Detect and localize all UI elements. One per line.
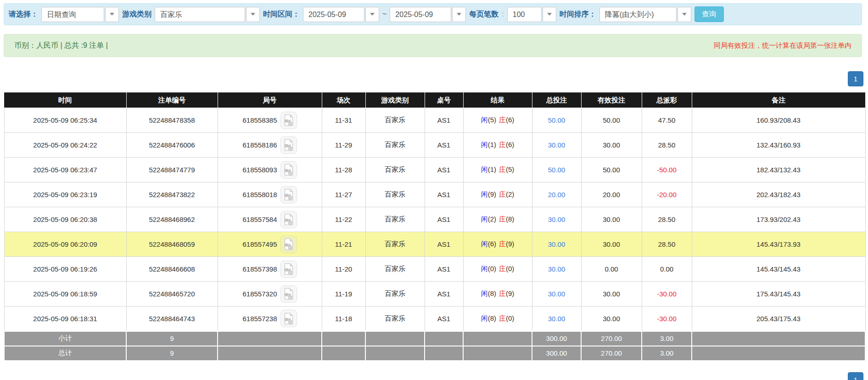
cell-remark: 182.43/132.43	[692, 158, 865, 182]
result-player-points: (1)	[488, 165, 496, 173]
filter-toolbar: 请选择： 日期查询 游戏类别 百家乐 时间区间： 2025-05-09 ~ 20…	[4, 3, 862, 25]
cell-game-category: 百家乐	[365, 133, 425, 158]
total-bet-link[interactable]: 50.00	[548, 166, 566, 174]
total-bet-link[interactable]: 30.00	[548, 216, 566, 223]
date-to-input[interactable]: 2025-05-09	[390, 7, 451, 22]
video-replay-button[interactable]	[280, 161, 297, 179]
cell-time: 2025-05-09 06:24:22	[4, 133, 126, 158]
video-replay-button[interactable]	[280, 285, 297, 303]
cell-valid-bet: 30.00	[581, 282, 642, 306]
subtotal-label: 小计	[4, 331, 126, 346]
cell-table-no: AS1	[425, 306, 463, 331]
cell-time: 2025-05-09 06:18:31	[4, 306, 126, 331]
cell-game-category: 百家乐	[365, 108, 425, 133]
round-id-text: 618557584	[242, 216, 277, 223]
header-session: 场次	[322, 93, 365, 108]
query-type-input[interactable]: 日期查询	[41, 7, 104, 22]
cell-payout: 0.00	[642, 257, 692, 282]
date-to-combo: 2025-05-09	[390, 7, 466, 22]
cell-remark: 205.43/175.43	[692, 306, 865, 331]
total-payout: 3.00	[642, 346, 692, 361]
sort-label: 时间排序：	[560, 10, 596, 19]
cell-game-category: 百家乐	[365, 232, 425, 257]
footer-empty-cell	[322, 331, 365, 346]
total-bet-link[interactable]: 30.00	[548, 290, 566, 298]
page-size-dropdown-button[interactable]	[543, 7, 556, 22]
video-replay-button[interactable]	[280, 261, 297, 278]
total-bet-link[interactable]: 30.00	[548, 141, 566, 149]
pagination-page-1-top[interactable]: 1	[848, 71, 863, 86]
cell-session: 11-18	[322, 306, 365, 331]
cell-round-id: 618557495	[218, 232, 322, 257]
cell-total-bet: 30.00	[532, 207, 581, 232]
result-banker-label: 庄	[499, 289, 506, 297]
total-bet-link[interactable]: 20.00	[548, 191, 566, 199]
cell-total-bet: 30.00	[532, 306, 581, 331]
cell-round-id: 618557320	[218, 282, 322, 306]
total-bet-link[interactable]: 30.00	[548, 240, 566, 248]
cell-round-id: 618557238	[218, 306, 322, 331]
cell-total-bet: 30.00	[532, 232, 581, 257]
cell-session: 11-28	[322, 158, 365, 182]
cell-valid-bet: 50.00	[581, 158, 642, 182]
total-bet-link[interactable]: 30.00	[548, 265, 566, 273]
game-category-input[interactable]: 百家乐	[155, 7, 245, 22]
video-replay-button[interactable]	[280, 136, 297, 154]
cell-session: 11-31	[322, 108, 365, 133]
cell-bet-id: 522488474779	[126, 158, 218, 182]
result-player-points: (6)	[488, 240, 496, 248]
footer-empty-cell	[365, 346, 425, 361]
date-from-dropdown-button[interactable]	[365, 7, 379, 22]
video-replay-icon	[284, 164, 294, 176]
cell-round-id: 618557398	[218, 257, 322, 282]
round-id-text: 618558385	[242, 116, 277, 124]
footer-empty-cell	[463, 331, 532, 346]
video-replay-icon	[284, 312, 294, 325]
cell-session: 11-27	[322, 182, 365, 207]
date-to-dropdown-button[interactable]	[452, 7, 466, 22]
video-replay-button[interactable]	[280, 310, 297, 327]
result-player-label: 闲	[481, 190, 488, 198]
cell-table-no: AS1	[425, 108, 463, 133]
footer-empty-cell	[692, 346, 865, 361]
result-banker-label: 庄	[499, 314, 506, 322]
game-category-dropdown-button[interactable]	[246, 7, 260, 22]
video-replay-button[interactable]	[280, 186, 297, 204]
video-replay-button[interactable]	[280, 112, 297, 129]
cell-remark: 145.43/145.43	[692, 257, 865, 282]
cell-payout: 47.50	[642, 108, 692, 133]
page-size-label: 每页笔数	[469, 10, 498, 19]
chevron-down-icon	[110, 13, 114, 16]
total-valid-bet: 270.00	[581, 346, 642, 361]
video-replay-button[interactable]	[280, 211, 297, 228]
round-id-text: 618558093	[242, 166, 277, 174]
chevron-down-icon	[370, 13, 375, 16]
cell-time: 2025-05-09 06:23:19	[4, 182, 126, 207]
header-time: 时间	[4, 93, 126, 108]
page-size-input[interactable]: 100	[507, 7, 542, 22]
pagination-page-1-bottom[interactable]: 1	[848, 372, 863, 380]
cell-valid-bet: 50.00	[581, 108, 642, 133]
video-replay-icon	[284, 114, 294, 126]
video-replay-button[interactable]	[280, 236, 297, 253]
total-bet-link[interactable]: 30.00	[548, 315, 566, 323]
search-button[interactable]: 查询	[694, 6, 724, 22]
cell-session: 11-29	[322, 133, 365, 158]
sort-input[interactable]: 降冪(由大到小)	[599, 7, 677, 22]
result-banker-points: (9)	[506, 240, 514, 248]
sort-dropdown-button[interactable]	[678, 7, 691, 22]
cell-total-bet: 30.00	[532, 257, 581, 282]
cell-remark: 160.93/208.43	[692, 108, 865, 133]
date-from-input[interactable]: 2025-05-09	[303, 7, 364, 22]
cell-bet-id: 522488468059	[126, 232, 218, 257]
cell-table-no: AS1	[425, 282, 463, 306]
cell-session: 11-20	[322, 257, 365, 282]
result-player-points: (5)	[488, 116, 496, 124]
summary-notice-bar: 币别：人民币 | 总共 :9 注单 | 同局有效投注，统一计算在该局第一张注单内	[4, 34, 862, 57]
cell-bet-id: 522488466608	[126, 257, 218, 282]
total-bet-link[interactable]: 50.00	[548, 116, 566, 124]
video-replay-icon	[284, 288, 294, 300]
cell-table-no: AS1	[425, 207, 463, 232]
result-player-label: 闲	[481, 116, 488, 124]
query-type-dropdown-button[interactable]	[105, 7, 119, 22]
